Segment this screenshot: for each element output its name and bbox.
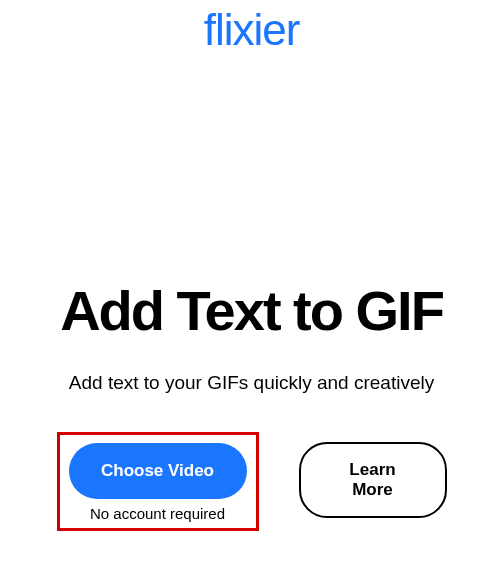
learn-more-button[interactable]: Learn More <box>299 442 447 518</box>
no-account-caption: No account required <box>90 505 225 522</box>
logo-text: flixier <box>204 5 300 54</box>
logo[interactable]: flixier <box>0 0 503 55</box>
actions-row: Choose Video No account required Learn M… <box>0 432 503 531</box>
hero-section: Add Text to GIF Add text to your GIFs qu… <box>0 280 503 394</box>
hero-subtitle: Add text to your GIFs quickly and creati… <box>8 372 495 394</box>
choose-video-button[interactable]: Choose Video <box>69 443 247 499</box>
primary-action-highlight: Choose Video No account required <box>57 432 259 531</box>
hero-title: Add Text to GIF <box>8 280 495 342</box>
